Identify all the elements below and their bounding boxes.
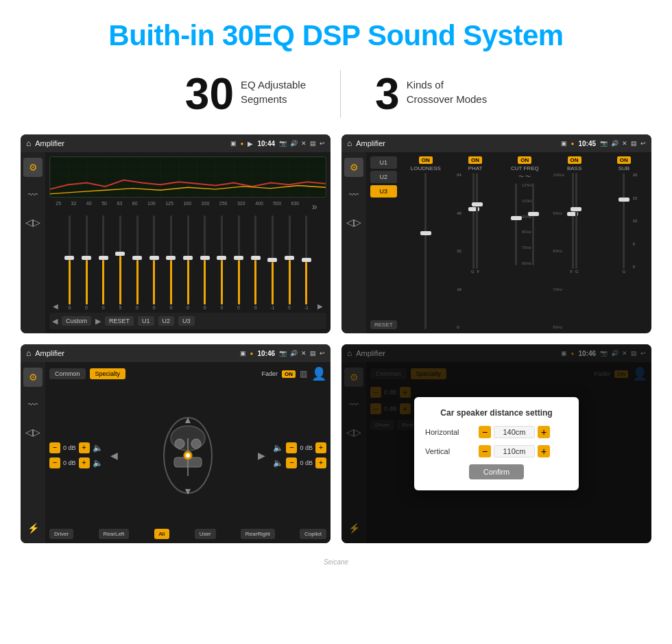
- loudness-name: LOUDNESS: [411, 165, 441, 171]
- zone-all[interactable]: All: [154, 529, 170, 539]
- fader-label: Fader: [261, 370, 278, 377]
- eq-slider-9[interactable]: 0: [197, 215, 213, 310]
- eq-slider-12[interactable]: 0: [248, 215, 263, 310]
- confirm-button[interactable]: Confirm: [469, 464, 524, 479]
- db-plus-4[interactable]: +: [315, 457, 326, 468]
- vertical-plus-btn[interactable]: +: [538, 445, 550, 457]
- eq-slider-10[interactable]: 0: [214, 215, 230, 310]
- play-icon[interactable]: ▶: [248, 140, 253, 147]
- eq-right-arrow[interactable]: ▶: [315, 302, 325, 310]
- page-title: Buith-in 30EQ DSP Sound System: [0, 0, 672, 59]
- eq-reset-btn[interactable]: RESET: [105, 316, 134, 326]
- back-icon-tr[interactable]: ↩: [640, 140, 646, 147]
- eq-left-arrow[interactable]: ◀: [51, 302, 60, 310]
- bass-on[interactable]: ON: [568, 156, 581, 164]
- eq-nav-arrow[interactable]: »: [309, 201, 320, 212]
- eq-slider-8[interactable]: 0: [180, 215, 196, 310]
- topbar-status-icons-eq: 📷 🔊 ✕ ▤ ↩: [279, 140, 325, 147]
- horizontal-minus-btn[interactable]: −: [479, 426, 491, 438]
- db-minus-3[interactable]: −: [286, 442, 297, 453]
- back-icon[interactable]: ↩: [320, 140, 325, 147]
- zone-rearright[interactable]: RearRight: [241, 529, 275, 539]
- eq-slider-5[interactable]: 0: [130, 215, 145, 310]
- zone-driver[interactable]: Driver: [49, 529, 73, 539]
- sidebar-wave-icon[interactable]: 〰: [23, 185, 43, 204]
- specialty-tab[interactable]: Specialty: [90, 368, 126, 379]
- sidebar-eq-icon-tr[interactable]: ⚙: [344, 158, 363, 177]
- eq-prev-arrow[interactable]: ◀: [52, 317, 58, 326]
- direction-left[interactable]: ◀: [110, 450, 118, 461]
- sub-slider[interactable]: 20 15 10 5 0 G: [601, 173, 647, 329]
- eq-labels: 25 32 40 50 63 80 100 125 160 200 250 32…: [49, 200, 326, 213]
- stat-crossover: 3 Kinds of Crossover Modes: [341, 72, 521, 116]
- direction-up[interactable]: ▲: [183, 414, 193, 425]
- topbar-eq: ⌂ Amplifier ▣ ● ▶ 10:44 📷 🔊 ✕ ▤ ↩: [21, 134, 331, 152]
- sidebar-volume-icon-bl[interactable]: ◁▷: [23, 422, 43, 442]
- horizontal-plus-btn[interactable]: +: [538, 426, 550, 438]
- eq-slider-15[interactable]: -1: [298, 215, 314, 310]
- cutfreq-on[interactable]: ON: [518, 156, 531, 164]
- db-plus-1[interactable]: +: [79, 442, 90, 453]
- stat-crossover-number: 3: [375, 72, 400, 116]
- eq-slider-13[interactable]: -1: [265, 215, 280, 310]
- eq-custom-btn[interactable]: Custom: [62, 316, 91, 326]
- home-icon-tr[interactable]: ⌂: [347, 139, 352, 148]
- zone-copilot[interactable]: Copilot: [300, 529, 326, 539]
- eq-slider-3[interactable]: 0: [95, 215, 111, 310]
- sub-on[interactable]: ON: [617, 156, 631, 164]
- vertical-minus-btn[interactable]: −: [479, 445, 491, 457]
- car-diagram: ▲ ▼ ◀ ▶: [107, 411, 269, 500]
- eq-u2-btn[interactable]: U2: [158, 316, 175, 326]
- stat-eq-desc: EQ Adjustable Segments: [241, 72, 306, 106]
- sidebar-eq-icon-bl[interactable]: ⚙: [23, 368, 43, 387]
- direction-right[interactable]: ▶: [258, 450, 265, 461]
- channel-cutfreq: ON CUT FREQ 〜 〜 125Hz10: [501, 156, 548, 329]
- sidebar-wave-icon-bl[interactable]: 〰: [23, 395, 43, 414]
- cutfreq-slider[interactable]: 〜 〜 125Hz100Hz90Hz80Hz70Hz60Hz: [501, 173, 548, 329]
- direction-down[interactable]: ▼: [183, 486, 193, 497]
- phat-slider[interactable]: GF: [452, 173, 499, 329]
- db-plus-3[interactable]: +: [315, 442, 326, 453]
- zone-user[interactable]: User: [195, 529, 216, 539]
- loudness-on[interactable]: ON: [419, 156, 433, 164]
- loudness-slider[interactable]: 64 48 32 16 0: [403, 173, 449, 329]
- camera-icon-tr: 📷: [600, 140, 608, 147]
- preset-u2[interactable]: U2: [370, 171, 397, 183]
- cross-icon-tr: ✕: [622, 140, 627, 147]
- eq-slider-14[interactable]: 0: [282, 215, 298, 310]
- eq-slider-2[interactable]: 0: [79, 215, 95, 310]
- preset-u3[interactable]: U3: [370, 185, 397, 198]
- db-minus-1[interactable]: −: [49, 442, 60, 453]
- eq-u3-btn[interactable]: U3: [178, 316, 195, 326]
- sidebar-eq-icon[interactable]: ⚙: [23, 158, 43, 177]
- eq-slider-1[interactable]: 0: [62, 215, 77, 310]
- bass-slider[interactable]: FG: [551, 173, 597, 329]
- home-icon[interactable]: ⌂: [26, 139, 31, 148]
- common-tab[interactable]: Common: [49, 368, 86, 379]
- phat-on[interactable]: ON: [468, 156, 482, 164]
- fader-on[interactable]: ON: [282, 370, 296, 378]
- eq-u1-btn[interactable]: U1: [138, 316, 154, 326]
- back-icon-bl[interactable]: ↩: [320, 350, 325, 357]
- crossover-reset-btn[interactable]: RESET: [370, 320, 397, 329]
- db-minus-4[interactable]: −: [286, 457, 297, 468]
- eq-slider-11[interactable]: 0: [231, 215, 247, 310]
- cutfreq-name: CUT FREQ: [511, 165, 539, 171]
- sidebar-volume-icon-tr[interactable]: ◁▷: [344, 213, 363, 232]
- topbar-crossover: ⌂ Amplifier ▣ ● 10:45 📷 🔊 ✕ ▤ ↩: [341, 134, 651, 152]
- db-minus-2[interactable]: −: [49, 457, 60, 468]
- preset-u1[interactable]: U1: [370, 156, 397, 169]
- sidebar-bt-icon-bl[interactable]: ⚡: [23, 518, 43, 538]
- db-plus-2[interactable]: +: [79, 457, 90, 468]
- sidebar-volume-icon[interactable]: ◁▷: [23, 213, 43, 232]
- eq-slider-6[interactable]: 0: [146, 215, 162, 310]
- eq-slider-7[interactable]: 0: [163, 215, 179, 310]
- zone-rearleft[interactable]: RearLeft: [99, 529, 130, 539]
- stat-eq-number: 30: [185, 72, 234, 116]
- home-icon-bl[interactable]: ⌂: [26, 348, 31, 358]
- sidebar-wave-icon-tr[interactable]: 〰: [344, 185, 363, 204]
- eq-slider-4[interactable]: 5: [112, 215, 128, 310]
- db-value-2: 0 dB: [63, 460, 76, 466]
- eq-next-arrow[interactable]: ▶: [95, 317, 101, 326]
- topbar-title-bl: Amplifier: [35, 349, 235, 357]
